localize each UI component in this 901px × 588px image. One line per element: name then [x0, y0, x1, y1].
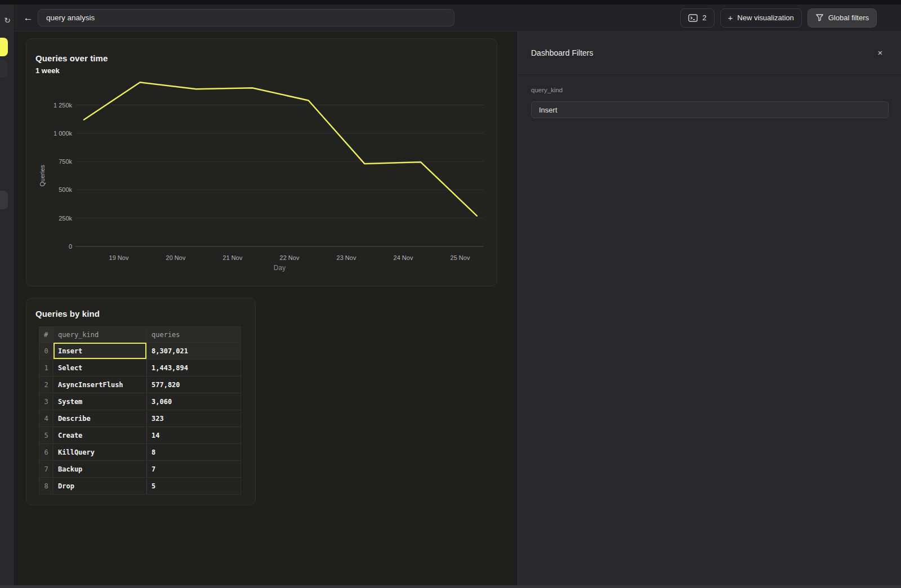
- panel-divider: [518, 73, 901, 74]
- sidebar-item-active[interactable]: [0, 38, 8, 56]
- main-content: Queries over time 1 week 0250k500k750k1 …: [15, 32, 518, 585]
- table-row: 7Backup7: [39, 461, 241, 478]
- global-filters-button[interactable]: Global filters: [808, 8, 877, 28]
- table-column-header: #: [39, 327, 53, 343]
- sidebar-item[interactable]: [0, 191, 8, 209]
- funnel-icon: [815, 14, 824, 22]
- sidebar: ↻: [0, 5, 15, 588]
- row-index: 8: [39, 478, 53, 495]
- window-bottom-strip: [0, 585, 901, 588]
- topbar: ← 2 + New visualization Global: [15, 5, 901, 32]
- table-header-row: #query_kindqueries: [39, 327, 241, 343]
- x-tick-label: 25 Nov: [450, 254, 470, 261]
- y-tick-label: 1 000k: [53, 130, 73, 137]
- query-kind-filter-input[interactable]: [531, 101, 889, 118]
- row-index: 3: [39, 393, 53, 410]
- row-index: 1: [39, 360, 53, 376]
- back-button[interactable]: ←: [22, 11, 34, 25]
- table-row: 5Create14: [39, 427, 241, 444]
- table-row: 8Drop5: [39, 478, 241, 495]
- table-column-header: query_kind: [53, 327, 147, 343]
- dashboard-filters-panel: Dashboard Filters × query_kind: [518, 32, 901, 585]
- row-index: 2: [39, 376, 53, 393]
- table-row: 2AsyncInsertFlush577,820: [39, 376, 241, 393]
- queries-series-line: [84, 82, 477, 216]
- x-tick-label: 22 Nov: [280, 254, 300, 261]
- sidebar-item[interactable]: [0, 60, 8, 78]
- row-index: 6: [39, 444, 53, 461]
- table-row: 3System3,060: [39, 393, 241, 410]
- table-row: 1Select1,443,894: [39, 360, 241, 376]
- query-kind-cell[interactable]: KillQuery: [53, 444, 147, 461]
- y-tick-label: 750k: [59, 158, 72, 165]
- x-tick-label: 19 Nov: [109, 254, 129, 261]
- row-index: 5: [39, 427, 53, 444]
- query-kind-cell[interactable]: Insert: [53, 343, 147, 360]
- queries-count-cell[interactable]: 8,307,021: [147, 343, 241, 360]
- table-card-queries-by-kind: Queries by kind #query_kindqueries 0Inse…: [26, 298, 256, 505]
- y-tick-label: 250k: [59, 215, 72, 222]
- dashboard-title-input[interactable]: [38, 9, 454, 26]
- queries-count-cell[interactable]: 8: [147, 444, 241, 461]
- panel-title: Dashboard Filters: [531, 48, 594, 57]
- table-column-header: queries: [147, 327, 241, 343]
- queries-count-cell[interactable]: 323: [147, 410, 241, 427]
- x-axis-title: Day: [274, 264, 286, 272]
- close-icon[interactable]: ×: [873, 46, 887, 60]
- y-tick-label: 500k: [59, 186, 72, 193]
- x-tick-label: 24 Nov: [394, 254, 413, 261]
- query-kind-cell[interactable]: Backup: [53, 461, 147, 478]
- queries-over-time-chart[interactable]: 0250k500k750k1 000k1 250k19 Nov20 Nov21 …: [26, 39, 498, 287]
- table-row: 0Insert8,307,021: [39, 343, 241, 360]
- queries-count-cell[interactable]: 577,820: [147, 376, 241, 393]
- terminal-icon: [688, 14, 698, 22]
- query-kind-cell[interactable]: AsyncInsertFlush: [53, 376, 147, 393]
- filter-field-label: query_kind: [531, 87, 563, 93]
- query-kind-cell[interactable]: Select: [53, 360, 147, 376]
- x-tick-label: 21 Nov: [223, 254, 243, 261]
- new-visualization-button[interactable]: + New visualization: [720, 8, 802, 28]
- x-tick-label: 20 Nov: [166, 254, 186, 261]
- table-row: 6KillQuery8: [39, 444, 241, 461]
- row-index: 4: [39, 410, 53, 427]
- queries-count-cell[interactable]: 1,443,894: [147, 360, 241, 376]
- query-kind-cell[interactable]: Create: [53, 427, 147, 444]
- console-count-button[interactable]: 2: [680, 8, 714, 28]
- queries-count-cell[interactable]: 3,060: [147, 393, 241, 410]
- queries-count-cell[interactable]: 14: [147, 427, 241, 444]
- history-icon[interactable]: ↻: [1, 14, 14, 27]
- y-tick-label: 1 250k: [53, 102, 73, 109]
- row-index: 7: [39, 461, 53, 478]
- row-index: 0: [39, 343, 53, 360]
- window-top-strip: [0, 0, 901, 5]
- query-kind-cell[interactable]: Drop: [53, 478, 147, 495]
- query-kind-cell[interactable]: System: [53, 393, 147, 410]
- x-tick-label: 23 Nov: [337, 254, 356, 261]
- table-title: Queries by kind: [35, 309, 100, 318]
- queries-count-cell[interactable]: 5: [147, 478, 241, 495]
- y-tick-label: 0: [69, 243, 72, 250]
- query-kind-cell[interactable]: Describe: [53, 410, 147, 427]
- console-count: 2: [702, 14, 706, 22]
- queries-by-kind-table: #query_kindqueries 0Insert8,307,0211Sele…: [39, 326, 241, 495]
- plus-icon: +: [728, 14, 733, 22]
- queries-count-cell[interactable]: 7: [147, 461, 241, 478]
- dashboard-app: ↻ ← 2 + New visualization: [0, 0, 901, 588]
- y-axis-title: Queries: [39, 164, 46, 186]
- chart-card-queries-over-time: Queries over time 1 week 0250k500k750k1 …: [26, 38, 497, 286]
- table-row: 4Describe323: [39, 410, 241, 427]
